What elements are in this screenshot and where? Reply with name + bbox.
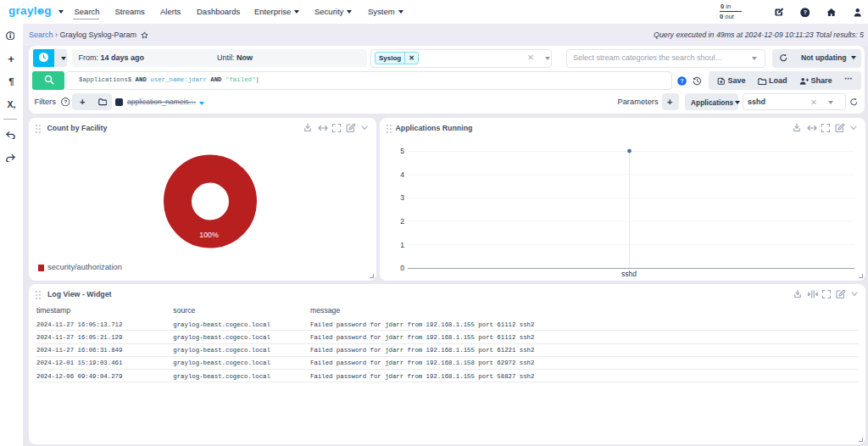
svg-text:?: ? <box>680 78 683 84</box>
svg-text:100%: 100% <box>199 231 219 239</box>
svg-text:0: 0 <box>400 264 404 272</box>
svg-text:2: 2 <box>400 216 404 225</box>
svg-text:sshd: sshd <box>621 269 637 277</box>
svg-text:1: 1 <box>400 240 404 248</box>
svg-text:3: 3 <box>400 193 404 202</box>
svg-text:4: 4 <box>400 170 404 178</box>
svg-text:?: ? <box>803 9 806 15</box>
svg-text:5: 5 <box>400 147 404 155</box>
svg-text:?: ? <box>64 98 67 104</box>
